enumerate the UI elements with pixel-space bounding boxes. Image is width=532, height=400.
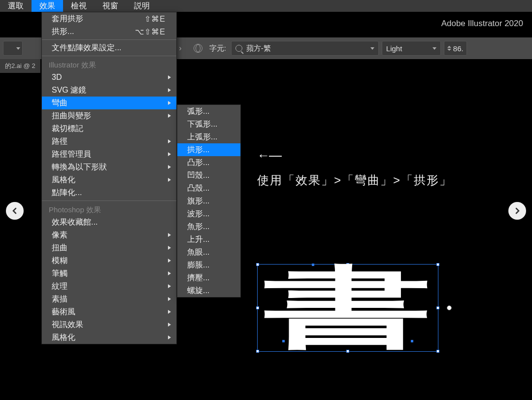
rotate-handle[interactable] xyxy=(447,305,452,310)
chevron-down-icon[interactable] xyxy=(370,47,374,50)
chevron-right-icon xyxy=(514,207,521,214)
chevron-right-icon[interactable]: › xyxy=(179,44,181,53)
photoshop-effect-item[interactable]: 效果收藏館... xyxy=(42,216,176,229)
menu-label: 轉換為以下形狀 xyxy=(52,162,107,172)
warp-item[interactable]: 下弧形... xyxy=(177,118,240,131)
menu-select[interactable]: 選取 xyxy=(0,0,32,12)
photoshop-effect-item[interactable]: 風格化 xyxy=(42,331,176,344)
menu-label: 凹殼... xyxy=(187,170,209,181)
warp-item[interactable]: 魚眼... xyxy=(177,246,240,259)
warp-item[interactable]: 凸形... xyxy=(177,156,240,169)
submenu-arrow-icon xyxy=(167,271,171,276)
menu-label: 凸形... xyxy=(187,158,209,168)
prev-button[interactable] xyxy=(6,202,24,220)
menu-label: 風格化 xyxy=(52,175,75,185)
warp-item[interactable]: 上弧形... xyxy=(177,131,240,143)
menu-view[interactable]: 檢視 xyxy=(63,0,95,12)
globe-icon[interactable] xyxy=(194,44,202,53)
font-weight-field[interactable]: Light xyxy=(382,41,441,56)
warp-item[interactable]: 魚形... xyxy=(177,220,240,233)
warp-item[interactable]: 凸殼... xyxy=(177,182,240,195)
illustrator-effect-item[interactable]: SVG 濾鏡 xyxy=(42,84,176,97)
handle-tl[interactable] xyxy=(256,263,259,266)
photoshop-effect-item[interactable]: 扭曲 xyxy=(42,241,176,254)
search-icon xyxy=(235,45,242,52)
warp-item[interactable]: 拱形... xyxy=(177,143,240,156)
submenu-arrow-icon xyxy=(167,75,171,80)
handle-ml[interactable] xyxy=(256,306,259,309)
menu-label: 路徑 xyxy=(52,136,67,147)
warp-item[interactable]: 膨脹... xyxy=(177,259,240,271)
illustrator-effect-item[interactable]: 扭曲與變形 xyxy=(42,109,176,122)
photoshop-effect-item[interactable]: 藝術風 xyxy=(42,305,176,318)
font-size-value: 86. xyxy=(453,44,464,53)
menu-arch[interactable]: 拱形...⌥⇧⌘E xyxy=(42,25,176,38)
warp-item[interactable]: 弧形... xyxy=(177,105,240,118)
handle-bl[interactable] xyxy=(256,350,259,353)
menu-apply-arch[interactable]: 套用拱形⇧⌘E xyxy=(42,12,176,25)
photoshop-effect-item[interactable]: 素描 xyxy=(42,293,176,305)
menu-label: 點陣化... xyxy=(52,188,82,198)
menu-doc-raster[interactable]: 文件點陣效果設定... xyxy=(42,41,176,54)
illustrator-effect-item[interactable]: 轉換為以下形狀 xyxy=(42,161,176,173)
illustrator-header: Illustrator 效果 xyxy=(42,58,176,71)
menu-label: 像素 xyxy=(52,230,67,240)
stepper-icon[interactable] xyxy=(447,46,451,51)
submenu-arrow-icon xyxy=(167,297,171,301)
next-button[interactable] xyxy=(508,202,526,220)
submenu-arrow-icon xyxy=(167,322,171,327)
illustrator-effect-item[interactable]: 路徑 xyxy=(42,135,176,148)
character-label: 字元: xyxy=(209,44,226,53)
photoshop-effect-item[interactable]: 紋理 xyxy=(42,280,176,293)
handle-tr[interactable] xyxy=(436,263,439,266)
artwork-glyph[interactable]: 書 xyxy=(274,268,422,347)
submenu-arrow-icon xyxy=(167,258,171,263)
menu-label: 凸殼... xyxy=(187,183,209,194)
photoshop-effect-item[interactable]: 模糊 xyxy=(42,254,176,267)
menu-label: 旗形... xyxy=(187,196,209,206)
illustrator-effect-item[interactable]: 彎曲 xyxy=(42,97,176,109)
separator xyxy=(42,200,176,201)
menu-window[interactable]: 視窗 xyxy=(95,0,126,12)
font-size-field[interactable]: 86. xyxy=(444,41,467,56)
menu-label: 扭曲 xyxy=(52,243,67,253)
submenu-arrow-icon xyxy=(167,335,171,340)
menu-label: 裁切標記 xyxy=(52,124,83,134)
warp-item[interactable]: 擠壓... xyxy=(177,271,240,284)
warp-item[interactable]: 波形... xyxy=(177,207,240,220)
photoshop-effect-item[interactable]: 視訊效果 xyxy=(42,318,176,331)
menu-label: 風格化 xyxy=(52,333,75,343)
submenu-arrow-icon xyxy=(167,88,171,93)
submenu-arrow-icon xyxy=(167,284,171,289)
menu-label: 下弧形... xyxy=(187,119,217,130)
font-weight-value: Light xyxy=(386,44,432,53)
photoshop-effect-item[interactable]: 像素 xyxy=(42,229,176,241)
font-family-field[interactable]: 蘋方-繁 xyxy=(231,41,379,56)
submenu-arrow-icon xyxy=(167,245,171,250)
illustrator-effect-item[interactable]: 3D xyxy=(42,71,176,84)
stroke-dropdown[interactable] xyxy=(3,41,23,56)
chevron-down-icon xyxy=(16,47,20,50)
warp-item[interactable]: 凹殼... xyxy=(177,169,240,182)
shortcut: ⇧⌘E xyxy=(144,14,166,24)
illustrator-effect-item[interactable]: 風格化 xyxy=(42,173,176,186)
handle-br[interactable] xyxy=(436,350,439,353)
menu-label: 路徑管理員 xyxy=(52,149,91,160)
warp-item[interactable]: 上升... xyxy=(177,233,240,246)
warp-item[interactable]: 螺旋... xyxy=(177,284,240,297)
illustrator-effect-item[interactable]: 路徑管理員 xyxy=(42,148,176,161)
warp-item[interactable]: 旗形... xyxy=(177,195,240,207)
menu-help[interactable]: 説明 xyxy=(126,0,158,12)
handle-mr[interactable] xyxy=(436,306,439,309)
menu-effect[interactable]: 效果 xyxy=(32,0,63,12)
document-tab[interactable]: 的2.ai @ 2 xyxy=(0,59,40,73)
menu-label: 筆觸 xyxy=(52,268,67,279)
illustrator-effect-item[interactable]: 裁切標記 xyxy=(42,122,176,135)
menu-label: 效果收藏館... xyxy=(52,217,98,228)
photoshop-effect-item[interactable]: 筆觸 xyxy=(42,267,176,280)
submenu-arrow-icon xyxy=(167,100,171,105)
menu-label: 膨脹... xyxy=(187,260,209,270)
menu-label: 弧形... xyxy=(187,106,209,117)
effect-menu: 套用拱形⇧⌘E 拱形...⌥⇧⌘E 文件點陣效果設定... Illustrato… xyxy=(41,12,177,344)
illustrator-effect-item[interactable]: 點陣化... xyxy=(42,186,176,199)
